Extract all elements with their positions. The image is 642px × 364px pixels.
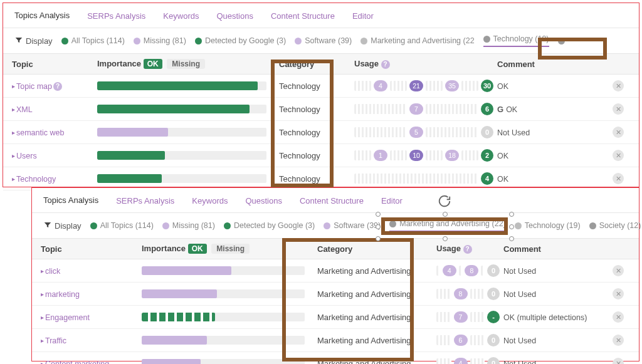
topic-link[interactable]: ▸Technology — [12, 175, 56, 184]
topic-link[interactable]: ▸Topic map ? — [12, 82, 62, 91]
comment-text: OK (multiple detections) — [503, 313, 587, 322]
remove-row-button[interactable]: ✕ — [613, 103, 624, 115]
category-cell: Marketing and Advertising — [313, 359, 433, 365]
usage-pill: 6 — [454, 335, 468, 346]
tab-topics-analysis[interactable]: Topics Analysis — [43, 195, 98, 212]
table-header: Topic Importance OK Missing Category Usa… — [32, 239, 639, 259]
usage-count-badge: 0 — [487, 288, 500, 300]
usage-pill: 7 — [454, 311, 468, 323]
filter-detected-google[interactable]: Detected by Google (3) — [195, 36, 286, 45]
usage-track: 76 — [354, 103, 493, 115]
usage-count-badge: - — [487, 311, 500, 323]
topic-link[interactable]: ▸click — [41, 267, 60, 276]
tab-keywords[interactable]: Keywords — [163, 11, 199, 27]
help-icon[interactable]: ? — [53, 82, 62, 91]
remove-row-button[interactable]: ✕ — [613, 358, 624, 364]
topic-link[interactable]: ▸Engagement — [41, 313, 90, 322]
remove-row-button[interactable]: ✕ — [613, 288, 624, 299]
col-comment: Comment — [500, 244, 613, 254]
filter-technology[interactable]: Technology (19) — [483, 34, 549, 47]
topic-link[interactable]: ▸XML — [12, 105, 33, 114]
comment-text: Not Used — [503, 336, 536, 345]
importance-bar — [142, 359, 305, 364]
importance-bar — [97, 81, 266, 90]
dot-icon — [61, 38, 68, 44]
tab-content-structure[interactable]: Content Structure — [300, 196, 364, 212]
remove-row-button[interactable]: ✕ — [613, 127, 624, 138]
usage-pill: 4 — [443, 265, 456, 276]
usage-track: 80 — [436, 288, 500, 300]
tab-topics-analysis[interactable]: Topics Analysis — [14, 11, 70, 28]
usage-count-badge: 0 — [487, 357, 500, 364]
dot-icon — [483, 36, 490, 43]
importance-bar — [97, 174, 266, 183]
remove-row-button[interactable]: ✕ — [613, 311, 624, 323]
tabs: Topics Analysis SERPs Analysis Keywords … — [3, 3, 639, 28]
dot-icon — [134, 38, 140, 44]
filter-missing[interactable]: Missing (81) — [162, 221, 215, 230]
tab-questions[interactable]: Questions — [216, 11, 253, 27]
usage-count-badge: 4 — [481, 172, 493, 185]
dot-icon — [589, 222, 596, 229]
importance-bar — [97, 151, 266, 160]
filter-missing[interactable]: Missing (81) — [134, 36, 186, 45]
importance-bar — [142, 266, 305, 275]
comment-text: Not Used — [497, 128, 530, 137]
filter-marketing[interactable]: Marketing and Advertising (22 — [360, 36, 474, 45]
topic-link[interactable]: ▸Content marketing — [41, 360, 109, 364]
google-icon: G — [497, 105, 503, 114]
caret-right-icon: ▸ — [12, 129, 15, 136]
col-importance: Importance OK Missing — [93, 59, 275, 69]
category-cell: Marketing and Advertising — [313, 313, 433, 322]
tab-content-structure[interactable]: Content Structure — [271, 11, 335, 27]
ok-badge[interactable]: OK — [144, 59, 162, 69]
importance-bar — [142, 336, 305, 345]
col-importance: Importance OK Missing — [138, 244, 313, 254]
remove-row-button[interactable]: ✕ — [613, 335, 624, 346]
filter-software[interactable]: Software (39) — [295, 36, 352, 45]
category-cell: Technology — [275, 128, 350, 137]
remove-row-button[interactable]: ✕ — [613, 80, 624, 91]
topic-link[interactable]: ▸Users — [12, 152, 37, 160]
tab-editor[interactable]: Editor — [381, 196, 403, 212]
usage-count-badge: 30 — [481, 80, 493, 92]
usage-count-badge: 6 — [481, 103, 493, 115]
dot-icon — [324, 222, 330, 229]
help-icon[interactable]: ? — [381, 60, 390, 69]
tab-editor[interactable]: Editor — [352, 11, 374, 27]
missing-badge[interactable]: Missing — [211, 244, 250, 254]
topic-link[interactable]: ▸semantic web — [12, 128, 64, 137]
remove-row-button[interactable]: ✕ — [613, 265, 624, 276]
dot-icon — [195, 38, 202, 44]
filter-society[interactable]: Society (12) — [589, 221, 641, 230]
remove-row-button[interactable]: ✕ — [613, 173, 624, 184]
comment-text: Not Used — [503, 360, 536, 365]
filter-technology[interactable]: Technology (19) — [515, 221, 581, 230]
filter-all-topics[interactable]: All Topics (114) — [61, 36, 125, 45]
filter-all-topics[interactable]: All Topics (114) — [90, 221, 154, 230]
help-icon[interactable]: ? — [463, 245, 472, 254]
dot-icon — [360, 38, 367, 44]
tab-serps-analysis[interactable]: SERPs Analysis — [116, 196, 174, 212]
usage-track: 50 — [354, 126, 493, 138]
usage-pill: 8 — [454, 288, 468, 299]
filter-software[interactable]: Software (39) — [324, 221, 381, 230]
caret-right-icon: ▸ — [41, 268, 44, 274]
filter-detected-google[interactable]: Detected by Google (3) — [224, 221, 315, 230]
comment-text: Not Used — [503, 290, 536, 299]
filter-marketing[interactable]: Marketing and Advertising (22) — [389, 219, 506, 232]
importance-bar — [142, 313, 305, 321]
remove-row-button[interactable]: ✕ — [613, 150, 624, 161]
topic-link[interactable]: ▸Traffic — [41, 336, 66, 345]
tab-questions[interactable]: Questions — [245, 196, 282, 212]
topic-link[interactable]: ▸marketing — [41, 290, 80, 299]
importance-bar — [142, 289, 305, 298]
caret-right-icon: ▸ — [12, 175, 15, 182]
dot-icon — [162, 222, 169, 229]
ok-badge[interactable]: OK — [188, 244, 207, 254]
missing-badge[interactable]: Missing — [167, 59, 205, 69]
tab-serps-analysis[interactable]: SERPs Analysis — [87, 11, 145, 27]
usage-pill: 1 — [374, 150, 387, 161]
category-cell: Marketing and Advertising — [313, 266, 433, 276]
tab-keywords[interactable]: Keywords — [192, 196, 228, 212]
